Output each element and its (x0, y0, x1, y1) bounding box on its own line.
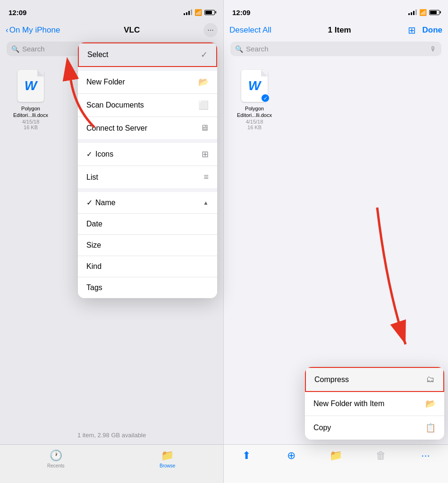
tags-label: Tags (86, 283, 102, 292)
move-button[interactable]: 📁 (313, 450, 358, 462)
sort-check: ✓ (86, 198, 93, 207)
left-panel: 12:09 📶 ‹ On My iPhone VLC ··· 🔍 Search (0, 0, 224, 483)
right-signal-icon (408, 9, 417, 15)
folder-add-icon: 📂 (425, 399, 436, 409)
right-nav-bar: Deselect All 1 Item ⊞ Done (224, 21, 448, 42)
new-folder-label: New Folder (86, 78, 125, 86)
menu-item-list[interactable]: List ≡ (78, 166, 217, 188)
folder-plus-icon: 📂 (198, 77, 209, 87)
right-file-item[interactable]: W ✓ Polygon Editori...lli.docx 4/15/18 1… (233, 68, 276, 130)
right-status-time: 12:09 (232, 8, 250, 17)
right-file-name: Polygon Editori...lli.docx (237, 105, 272, 119)
compress-label: Compress (314, 375, 349, 384)
menu-separator-3 (78, 188, 217, 192)
copy-label: Copy (313, 424, 331, 432)
checkmark-circle-icon: ✓ (201, 50, 208, 60)
sort-header[interactable]: ✓ Name ▲ (78, 192, 217, 214)
right-panel: 12:09 📶 Deselect All 1 Item ⊞ Done 🔍 Sea… (224, 0, 448, 483)
right-battery-icon (429, 10, 440, 15)
connect-label: Connect to Server (86, 124, 147, 133)
add-button[interactable]: ⊕ (269, 450, 313, 462)
more-action-button[interactable]: ··· (403, 450, 448, 462)
menu-item-scan[interactable]: Scan Documents ⬜ (78, 94, 217, 117)
list-icon: ≡ (203, 172, 209, 182)
select-label: Select (87, 50, 108, 59)
grid-icon: ⊞ (202, 149, 209, 159)
menu-item-new-folder[interactable]: New Folder 📂 (78, 71, 217, 94)
right-wifi-icon: 📶 (419, 9, 427, 16)
done-button[interactable]: Done (423, 25, 443, 35)
delete-button[interactable]: 🗑 (358, 450, 403, 462)
right-search-placeholder: Search (246, 45, 427, 53)
deselect-all-button[interactable]: Deselect All (229, 25, 271, 35)
dropdown-menu: Select ✓ New Folder 📂 Scan Documents ⬜ C… (78, 42, 217, 298)
selected-badge: ✓ (261, 94, 270, 102)
scan-icon: ⬜ (198, 100, 209, 110)
sort-item-tags[interactable]: Tags (78, 277, 217, 298)
sort-section: ✓ Name ▲ Date Size Kind Tags (78, 192, 217, 298)
list-label: List (86, 173, 98, 182)
item-count: 1 Item (271, 25, 408, 35)
copy-icon: 📋 (425, 423, 436, 433)
server-icon: 🖥 (200, 123, 209, 133)
menu-section-actions: New Folder 📂 Scan Documents ⬜ Connect to… (78, 71, 217, 139)
compress-icon: 🗂 (426, 375, 435, 384)
ctx-new-folder-item[interactable]: New Folder with Item 📂 (305, 392, 444, 416)
icons-label: Icons (95, 150, 113, 158)
date-label: Date (86, 220, 102, 228)
kind-label: Kind (86, 262, 101, 271)
right-file-size: 16 KB (247, 125, 262, 130)
right-file-date: 4/15/18 (246, 119, 263, 125)
menu-separator (78, 67, 217, 71)
menu-item-icons[interactable]: ✓ Icons ⊞ (78, 143, 217, 166)
sort-item-size[interactable]: Size (78, 235, 217, 256)
scan-label: Scan Documents (86, 101, 144, 109)
menu-section-top: Select ✓ (78, 42, 217, 67)
mic-icon[interactable]: 🎙 (430, 45, 437, 53)
sort-item-kind[interactable]: Kind (78, 256, 217, 277)
right-search-bar[interactable]: 🔍 Search 🎙 (230, 42, 441, 56)
share-button[interactable]: ⬆ (224, 450, 269, 462)
icons-check: ✓ (86, 150, 93, 158)
ctx-compress[interactable]: Compress 🗂 (305, 367, 444, 392)
sort-name-label: Name (95, 199, 116, 207)
right-file-icon-wrapper: W ✓ (239, 68, 270, 103)
menu-separator-2 (78, 139, 217, 143)
right-status-icons: 📶 (408, 9, 440, 16)
right-search-icon: 🔍 (235, 45, 243, 53)
right-status-bar: 12:09 📶 (224, 0, 448, 21)
menu-item-connect[interactable]: Connect to Server 🖥 (78, 117, 217, 139)
chevron-up-icon: ▲ (203, 200, 209, 206)
menu-item-select[interactable]: Select ✓ (78, 42, 217, 67)
size-label: Size (86, 241, 101, 250)
context-menu: Compress 🗂 New Folder with Item 📂 Copy 📋 (305, 367, 444, 440)
ctx-copy[interactable]: Copy 📋 (305, 416, 444, 440)
new-folder-item-label: New Folder with Item (313, 400, 384, 408)
grid-view-button[interactable]: ⊞ (408, 25, 416, 36)
right-action-bar: ⬆ ⊕ 📁 🗑 ··· (224, 444, 448, 483)
view-section: ✓ Icons ⊞ List ≡ (78, 143, 217, 188)
sort-item-date[interactable]: Date (78, 214, 217, 235)
